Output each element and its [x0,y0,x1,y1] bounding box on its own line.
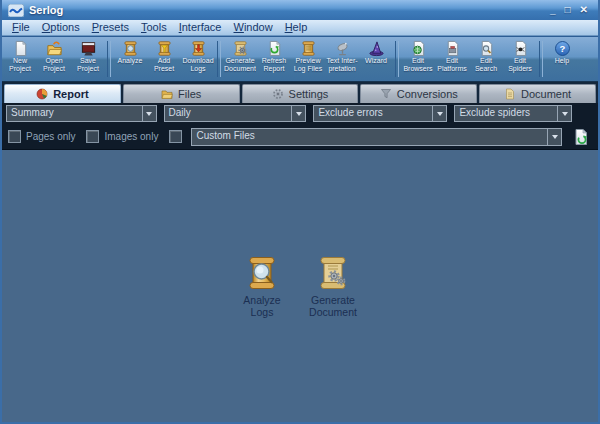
wizard-button[interactable]: Wizard [360,38,392,80]
help-icon: ? [554,40,571,57]
tab-settings[interactable]: Settings [242,84,359,103]
toolbar-label: Download Logs [182,57,214,73]
add-preset-button[interactable]: Add Preset [148,38,180,80]
refresh-report-icon [266,40,283,57]
toolbar-separator [107,41,111,77]
settings-gear-icon [272,88,284,100]
add-preset-icon [156,40,173,57]
toolbar-spacer [579,37,597,81]
period-combobox[interactable]: Daily [164,105,307,122]
tab-label: Files [178,88,201,100]
chevron-down-icon[interactable] [142,106,156,121]
toolbar-label: Generate Document [224,57,256,73]
edit-browsers-icon [410,40,427,57]
tab-files[interactable]: Files [123,84,240,103]
help-button[interactable]: ? Help [546,38,578,80]
toolbar-label: Text Inter- pretation [326,57,358,73]
generate-document-button[interactable]: Generate Document [224,38,256,80]
edit-search-engines-button[interactable]: Edit Search Engines [470,38,502,80]
chevron-down-icon[interactable] [432,106,446,121]
combobox-value: Exclude errors [314,106,432,121]
text-interpretation-button[interactable]: Text Inter- pretation [326,38,358,80]
report-workspace: Analyze Logs Generate Document [2,150,598,422]
maximize-button[interactable]: □ [565,5,571,15]
tab-conversions[interactable]: Conversions [360,84,477,103]
tab-document[interactable]: Document [479,84,596,103]
custom-files-combobox[interactable]: Custom Files [191,128,562,146]
edit-spiders-icon [512,40,529,57]
document-page-icon [504,88,516,100]
menu-options[interactable]: Options [36,20,86,35]
toolbar-label: Save Project [72,57,104,73]
tab-label: Settings [289,88,329,100]
combobox-value: Summary [7,106,142,121]
download-logs-button[interactable]: Download Logs [182,38,214,80]
toolbar-label: Preview Log Files [292,57,324,73]
tab-report[interactable]: Report [4,84,121,103]
toolbar-label: Add Preset [148,57,180,73]
errors-filter-combobox[interactable]: Exclude errors [313,105,447,122]
menu-presets[interactable]: Presets [86,20,135,35]
edit-platforms-button[interactable]: Edit Platforms [436,38,468,80]
serlog-logo-icon [8,4,24,17]
pages-only-checkbox[interactable] [8,130,21,143]
edit-browsers-button[interactable]: Edit Browsers [402,38,434,80]
spiders-filter-combobox[interactable]: Exclude spiders [454,105,572,122]
serlog-app-window: Serlog _ □ ✕ File Options Presets Tools … [0,0,600,424]
generate-document-shortcut[interactable]: Generate Document [301,255,365,319]
apply-custom-files-button[interactable] [570,127,592,147]
toolbar-label: Refresh Report [258,57,290,73]
desktop-icon-label: Analyze Logs [232,294,292,319]
preview-log-files-button[interactable]: Preview Log Files [292,38,324,80]
tab-label: Conversions [397,88,458,100]
menu-window[interactable]: Window [227,20,278,35]
close-button[interactable]: ✕ [580,5,588,15]
new-project-button[interactable]: New Project [4,38,36,80]
menu-interface[interactable]: Interface [173,20,228,35]
save-project-button[interactable]: Save Project [72,38,104,80]
preview-log-files-icon [300,40,317,57]
desktop-icon-label: Generate Document [303,294,363,319]
chevron-down-icon[interactable] [547,129,561,145]
files-folder-icon [161,88,173,100]
toolbar-label: Help [546,57,578,65]
toolbar-separator [395,41,399,77]
report-type-combobox[interactable]: Summary [6,105,157,122]
file-filter-row: Pages only Images only Custom Files [2,124,598,150]
open-project-button[interactable]: Open Project [38,38,70,80]
menu-help[interactable]: Help [279,20,314,35]
refresh-document-icon [572,128,590,146]
wizard-hat-icon [368,40,385,57]
chevron-down-icon[interactable] [291,106,305,121]
menu-bar: File Options Presets Tools Interface Win… [2,20,598,36]
minimize-button[interactable]: _ [550,5,556,15]
refresh-report-button[interactable]: Refresh Report [258,38,290,80]
tab-label: Document [521,88,571,100]
images-only-checkbox[interactable] [86,130,99,143]
edit-search-engines-icon [478,40,495,57]
view-tab-bar: Report Files Settings Conversions [2,82,598,103]
toolbar-label: Wizard [360,57,392,65]
report-pie-icon [36,88,48,100]
svg-text:?: ? [559,43,565,54]
menu-tools[interactable]: Tools [135,20,173,35]
toolbar-label: Open Project [38,57,70,73]
text-interpretation-icon [334,40,351,57]
chevron-down-icon[interactable] [557,106,571,121]
edit-spiders-button[interactable]: Edit Spiders [504,38,536,80]
new-project-icon [12,40,29,57]
combobox-value: Exclude spiders [455,106,557,121]
custom-files-checkbox[interactable] [169,130,182,143]
analyze-scroll-icon [122,40,139,57]
combobox-value: Custom Files [192,129,547,145]
menu-file[interactable]: File [6,20,36,35]
toolbar-label: New Project [4,57,36,73]
analyze-button[interactable]: Analyze [114,38,146,80]
conversions-funnel-icon [380,88,392,100]
window-title: Serlog [29,4,545,16]
toolbar-label: Edit Spiders [504,57,536,73]
combobox-value: Daily [165,106,292,121]
analyze-logs-shortcut[interactable]: Analyze Logs [230,255,294,319]
main-toolbar: New Project Open Project Save Project [2,36,598,82]
tab-label: Report [53,88,88,100]
